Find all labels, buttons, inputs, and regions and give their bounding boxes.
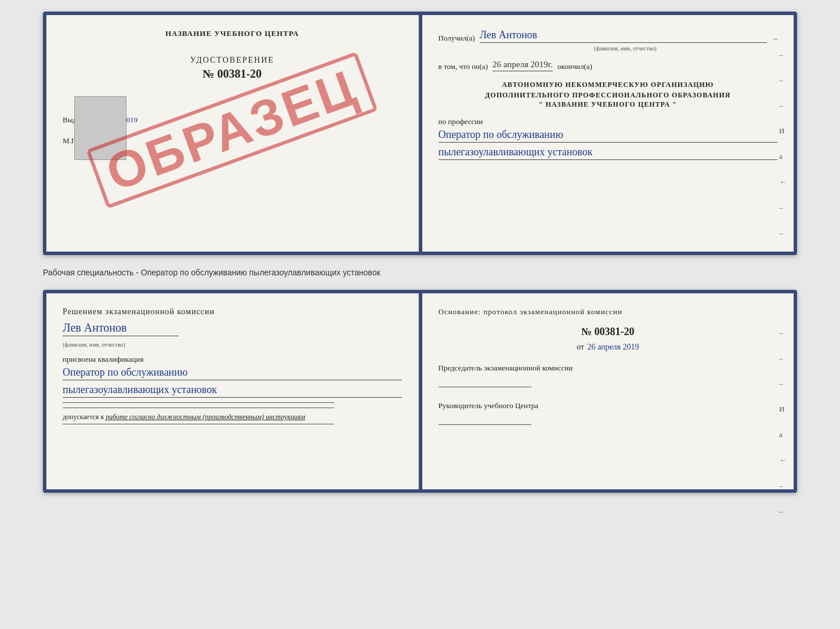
recipient-name-top: Лев Антонов bbox=[480, 29, 767, 43]
date-line: в том, что он(а) 26 апреля 2019г. окончи… bbox=[439, 60, 778, 71]
bottom-line-3 bbox=[63, 424, 334, 424]
protocol-date: от 26 апреля 2019 bbox=[439, 343, 778, 352]
bottom-document: Решением экзаменационной комиссии Лев Ан… bbox=[43, 290, 797, 493]
date-suffix: окончил(а) bbox=[557, 62, 592, 71]
school-name-header: НАЗВАНИЕ УЧЕБНОГО ЦЕНТРА bbox=[63, 29, 402, 38]
profession-label: по профессии bbox=[439, 117, 778, 126]
допуск-prefix: допускается к bbox=[63, 413, 104, 421]
допуск-line: допускается к работе согласно должностны… bbox=[63, 413, 402, 421]
center-head-sig-line bbox=[439, 424, 531, 425]
certificate-block: УДОСТОВЕРЕНИЕ № 00381-20 bbox=[63, 56, 402, 81]
org-name: " НАЗВАНИЕ УЧЕБНОГО ЦЕНТРА " bbox=[439, 100, 778, 109]
osnov-label: Основание: протокол экзаменационной коми… bbox=[439, 307, 778, 317]
profession-line1: Оператор по обслуживанию bbox=[439, 129, 778, 143]
profession-line2: пылегазоулавливающих установок bbox=[439, 146, 778, 160]
date-prefix: в том, что он(а) bbox=[439, 62, 488, 71]
top-right-panel: Получил(а) Лев Антонов – (фамилия, имя, … bbox=[422, 15, 794, 252]
name-sublabel-bottom: (фамилия, имя, отчество) bbox=[63, 341, 125, 348]
bottom-right-panel: Основание: протокол экзаменационной коми… bbox=[422, 293, 794, 489]
org-line2: ДОПОЛНИТЕЛЬНОГО ПРОФЕССИОНАЛЬНОГО ОБРАЗО… bbox=[439, 90, 778, 100]
center-head-title: Руководитель учебного Центра bbox=[439, 401, 778, 410]
top-left-panel: НАЗВАНИЕ УЧЕБНОГО ЦЕНТРА УДОСТОВЕРЕНИЕ №… bbox=[46, 15, 419, 252]
bottom-line-1 bbox=[63, 402, 334, 403]
assigned-label: присвоена квалификация bbox=[63, 355, 402, 364]
profession-block: по профессии Оператор по обслуживанию пы… bbox=[439, 117, 778, 160]
right-side-dashes-top: – – – И а ← – – bbox=[779, 50, 787, 238]
received-prefix: Получил(а) bbox=[439, 34, 475, 43]
cert-label: УДОСТОВЕРЕНИЕ bbox=[63, 56, 402, 65]
bottom-line-2 bbox=[63, 408, 334, 408]
chairman-sig-line bbox=[439, 387, 531, 387]
chairman-block: Председатель экзаменационной комиссии bbox=[439, 363, 778, 387]
right-side-dashes-bottom: – – – И а ← – – bbox=[779, 328, 787, 516]
photo-placeholder bbox=[74, 96, 126, 160]
chairman-title: Председатель экзаменационной комиссии bbox=[439, 363, 778, 373]
separator-text: Рабочая специальность - Оператор по обсл… bbox=[43, 264, 797, 281]
recipient-name-bottom: Лев Антонов bbox=[63, 321, 179, 336]
protocol-date-value: 26 апреля 2019 bbox=[587, 343, 639, 351]
date-value: 26 апреля 2019г. bbox=[493, 60, 553, 71]
protocol-number: № 00381-20 bbox=[439, 326, 778, 338]
qualification-line2: пылегазоулавливающих установок bbox=[63, 384, 402, 398]
recipient-sublabel-top: (фамилия, имя, отчество) bbox=[473, 45, 778, 52]
допуск-value: работе согласно должностным (производств… bbox=[106, 413, 305, 421]
cert-number: № 00381-20 bbox=[63, 67, 402, 81]
protocol-date-prefix: от bbox=[577, 343, 584, 351]
top-document: НАЗВАНИЕ УЧЕБНОГО ЦЕНТРА УДОСТОВЕРЕНИЕ №… bbox=[43, 12, 797, 255]
qualification-line1: Оператор по обслуживанию bbox=[63, 366, 402, 380]
commission-title: Решением экзаменационной комиссии bbox=[63, 307, 402, 317]
org-line1: АВТОНОМНУЮ НЕКОММЕРЧЕСКУЮ ОРГАНИЗАЦИЮ bbox=[439, 79, 778, 90]
bottom-left-panel: Решением экзаменационной комиссии Лев Ан… bbox=[46, 293, 419, 489]
org-block: АВТОНОМНУЮ НЕКОММЕРЧЕСКУЮ ОРГАНИЗАЦИЮ ДО… bbox=[439, 79, 778, 109]
center-head-block: Руководитель учебного Центра bbox=[439, 401, 778, 425]
